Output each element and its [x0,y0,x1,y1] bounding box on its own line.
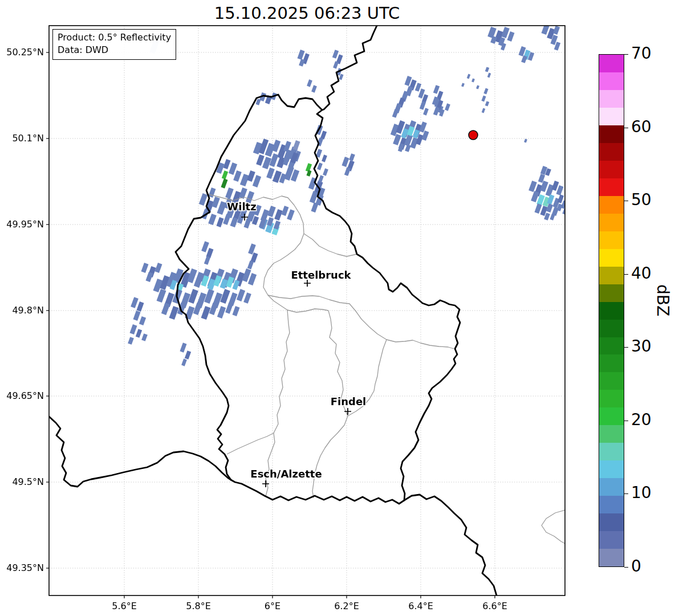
radar-echo-cell [133,311,141,321]
colorbar-tick [624,421,628,421]
colorbar-band [599,302,624,320]
y-tick-label: 49.35°N [6,562,44,573]
radar-echo-cell [217,201,227,215]
radar-echo-cell [483,88,488,94]
colorbar-tick [624,128,628,128]
radar-echo-cell [253,175,261,187]
radar-echo-cell [298,50,305,60]
colorbar-band [599,337,624,355]
radar-echo-cell [204,256,210,265]
radar-echo-cell [223,214,231,225]
colorbar-band [599,425,624,443]
colorbar [599,54,624,567]
radar-echo-cell [225,303,233,314]
radar-echo-cell [233,170,242,182]
radar-echo-cell [323,168,328,176]
colorbar-band [599,214,624,231]
radar-echo-cell [262,157,271,169]
radar-echo-cell [208,214,217,225]
radar-echo-cell [199,193,208,206]
radar-echo-cell [237,289,245,301]
radar-echo-cell [130,324,137,334]
radar-echo-cell [349,153,355,161]
radar-figure: 15.10.2025 06:23 UTC WiltzEttelbruckFind… [0,0,675,616]
city-marker [262,480,269,487]
radar-echo-cell [481,95,486,101]
city-label: Esch/Alzette [250,468,322,480]
radar-echo-cell [423,108,429,115]
colorbar-band [599,161,624,178]
colorbar-band [599,513,624,531]
colorbar-tick [624,567,628,568]
colorbar-band [599,496,624,513]
x-tick-label: 6.4°E [408,601,433,611]
radar-echo-cell [180,342,186,352]
map-layers: WiltzEttelbruckFindelEsch/Alzette [49,25,567,595]
colorbar-tick-label: 60 [631,117,652,136]
radar-echo-cell [136,329,142,338]
x-tick-label: 5.8°E [186,601,211,611]
city-label: Ettelbruck [291,269,351,281]
district-borders [206,194,565,544]
y-tick-label: 49.5°N [12,476,44,487]
radar-echo-cell [256,154,265,166]
radar-echoes [128,25,567,366]
colorbar-axis-label: dBZ [653,284,672,316]
radar-site-marker [469,130,478,140]
colorbar-tick [624,54,628,55]
radar-echo-cell [209,303,218,315]
radar-echo-cell [405,144,411,152]
radar-echo-cell [181,358,187,366]
map-plot: WiltzEttelbruckFindelEsch/Alzette5.6°E5.… [0,0,675,616]
radar-echo-cell [139,316,146,325]
radar-echo-cell [161,303,170,315]
info-box-data-line: Data: DWD [58,44,171,56]
country-border [404,495,497,595]
colorbar-band [599,320,624,337]
radar-echo-cell [128,337,134,345]
radar-echo-cell [445,103,450,111]
colorbar-band [599,267,624,284]
info-box-product-line: Product: 0.5° Reflectivity [58,31,171,44]
colorbar-band [599,178,624,196]
colorbar-band [599,284,624,302]
radar-echo-cell [169,306,179,320]
country-border [322,26,377,110]
radar-echo-cell [342,157,349,167]
radar-echo-cell [193,303,202,315]
colorbar-band [599,231,624,249]
radar-echo-cell [293,140,300,150]
radar-echo-cell [415,83,421,92]
x-tick-label: 6.2°E [334,601,359,611]
colorbar-band [599,90,624,108]
district-border [542,510,565,544]
radar-echo-cell [482,108,485,113]
radar-echo-cell [217,306,226,319]
radar-echo-cell [333,61,339,68]
colorbar-band [599,55,624,72]
colorbar-band [599,72,624,90]
colorbar-tick-label: 50 [631,190,652,209]
colorbar-tick-label: 40 [631,264,652,283]
district-border [227,433,274,454]
axis-ticks: 5.6°E5.8°E6°E6.2°E6.4°E6.6°E50.25°N50.1°… [6,47,507,611]
radar-echo-cell [141,263,149,273]
radar-echo-cell [318,175,324,182]
radar-echo-cell [274,221,280,230]
colorbar-tick-label: 10 [631,484,652,503]
radar-echo-cell [528,181,537,192]
radar-echo-cell [332,50,339,59]
radar-echo-cell [222,170,228,180]
country-border [49,417,231,487]
colorbar-band [599,443,624,460]
y-tick-label: 50.1°N [12,133,44,144]
radar-echo-cell [137,301,144,312]
colorbar-band [599,549,624,566]
radar-echo-cell [471,78,475,82]
radar-echo-cell [485,101,489,106]
colorbar-band [599,390,624,407]
colorbar-tick [624,347,628,348]
radar-echo-cell [141,333,148,341]
colorbar-tick-label: 30 [631,337,652,356]
radar-echo-cell [274,209,283,221]
